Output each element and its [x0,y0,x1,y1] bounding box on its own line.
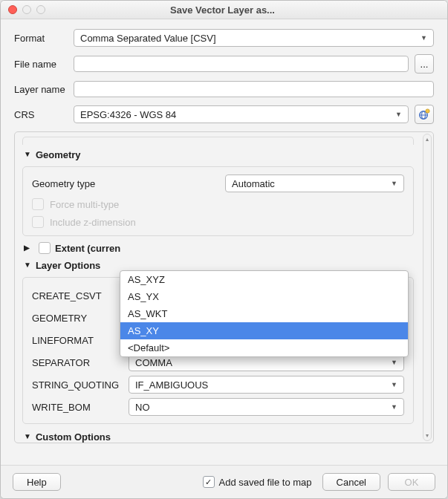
filename-label: File name [14,59,74,70]
chevron-down-icon: ▼ [391,403,397,411]
geometry-type-label: Geometry type [32,178,225,189]
ellipsis-icon: ... [421,59,429,70]
svg-point-3 [426,109,429,113]
format-combobox[interactable]: Comma Separated Value [CSV] ▼ [74,29,434,47]
help-button[interactable]: Help [13,473,61,491]
disclosure-triangle-icon: ▼ [24,432,31,440]
geometry-opt-item-as-yx[interactable]: AS_YX [120,288,408,305]
extent-section-header[interactable]: ▶ Extent (curren [24,242,414,254]
help-button-label: Help [27,477,47,488]
string-quoting-value: IF_AMBIGUOUS [135,379,208,391]
close-window-button[interactable] [8,5,17,14]
custom-options-section-title: Custom Options [36,431,111,443]
chevron-down-icon: ▼ [421,34,427,42]
chevron-down-icon: ▼ [391,180,397,187]
disclosure-triangle-icon: ▶ [24,244,30,252]
add-to-map-toggle[interactable]: ✓ Add saved file to map [203,476,312,488]
dialog-button-bar: Help ✓ Add saved file to map Cancel OK [1,465,447,498]
minimize-window-button[interactable] [22,5,31,14]
chevron-down-icon: ▼ [391,381,397,388]
crs-label: CRS [14,109,74,120]
include-z-row: Include z-dimension [32,216,404,228]
geometry-opt-item-default[interactable]: <Default> [120,339,408,356]
crs-combobox[interactable]: EPSG:4326 - WGS 84 ▼ [74,105,409,123]
disclosure-triangle-icon: ▼ [24,150,31,158]
geometry-section-header[interactable]: ▼ Geometry [24,149,414,160]
window-title: Save Vector Layer as... [45,4,400,16]
options-scroll-area: ▼ Geometry Geometry type Automatic ▼ For… [14,131,434,443]
extent-section-title: Extent (curren [55,243,120,254]
save-vector-layer-dialog: Save Vector Layer as... Format Comma Sep… [0,0,448,499]
chevron-down-icon: ▼ [391,359,397,366]
separator-value: COMMA [135,357,172,368]
include-z-label: Include z-dimension [50,217,136,228]
add-to-map-label: Add saved file to map [219,477,312,488]
geometry-opt-item-as-xy[interactable]: AS_XY [120,322,408,339]
titlebar: Save Vector Layer as... [1,1,447,19]
geometry-opt-dropdown[interactable]: AS_XYZ AS_YX AS_WKT AS_XY <Default> [120,270,409,357]
disclosure-triangle-icon: ▼ [24,261,31,269]
geometry-opt-item-as-xyz[interactable]: AS_XYZ [120,271,408,288]
layername-label: Layer name [14,84,74,95]
vertical-scrollbar[interactable]: ▴ ▾ [423,134,432,441]
globe-icon [418,108,430,120]
create-csvt-label: CREATE_CSVT [32,290,129,301]
truncated-section-above [22,137,414,145]
force-multi-type-label: Force multi-type [50,199,119,210]
write-bom-value: NO [135,402,150,413]
write-bom-combobox[interactable]: NO ▼ [129,398,404,416]
filename-input[interactable] [74,56,409,72]
force-multi-type-checkbox [32,198,44,210]
lineformat-label: LINEFORMAT [32,335,129,346]
geometry-type-combobox[interactable]: Automatic ▼ [225,175,404,192]
geometry-opt-item-as-wkt[interactable]: AS_WKT [120,305,408,322]
string-quoting-combobox[interactable]: IF_AMBIGUOUS ▼ [129,376,404,394]
layer-options-panel: CREATE_CSVT ▼ GEOMETRY <Default> ▼ L [22,277,414,424]
browse-filename-button[interactable]: ... [415,54,434,74]
scroll-up-icon: ▴ [426,136,429,143]
layer-options-section-title: Layer Options [36,260,100,271]
zoom-window-button[interactable] [36,5,45,14]
custom-options-section-header[interactable]: ▼ Custom Options [24,431,414,443]
ok-button[interactable]: OK [388,473,435,491]
add-to-map-checkbox[interactable]: ✓ [203,476,215,488]
cancel-button-label: Cancel [337,477,366,488]
layername-input[interactable] [74,81,434,97]
dialog-content: Format Comma Separated Value [CSV] ▼ Fil… [1,19,447,466]
layer-options-section-header[interactable]: ▼ Layer Options [24,260,414,271]
geometry-type-value: Automatic [232,178,275,189]
geometry-panel: Geometry type Automatic ▼ Force multi-ty… [22,166,414,236]
format-combobox-value: Comma Separated Value [CSV] [80,33,216,44]
window-controls [8,5,45,14]
crs-picker-button[interactable] [415,105,434,124]
crs-combobox-value: EPSG:4326 - WGS 84 [80,109,176,120]
string-quoting-label: STRING_QUOTING [32,379,129,391]
separator-label: SEPARATOR [32,357,129,368]
geometry-opt-label: GEOMETRY [32,313,129,324]
scroll-down-icon: ▾ [426,432,429,439]
format-label: Format [14,33,74,44]
chevron-down-icon: ▼ [395,111,402,118]
include-z-checkbox [32,216,44,228]
force-multi-type-row: Force multi-type [32,198,404,210]
cancel-button[interactable]: Cancel [322,473,380,491]
ok-button-label: OK [405,477,419,488]
extent-checkbox[interactable] [39,242,51,254]
write-bom-label: WRITE_BOM [32,402,129,413]
geometry-section-title: Geometry [36,149,81,160]
